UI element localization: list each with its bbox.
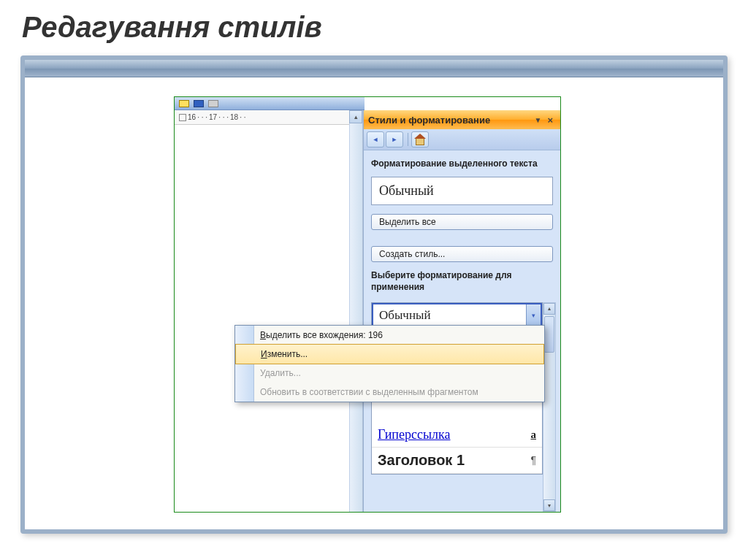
paragraph-style-icon: ¶ [530,454,536,466]
horizontal-ruler: 16 · · · 17 · · · 18 · · [175,110,362,125]
current-style-box[interactable]: Обычный [371,177,553,205]
toolbar-icon [208,100,218,107]
nav-forward-button[interactable]: ► [386,131,403,147]
menu-update-to-match: Обновить в соответствии с выделенным фра… [235,383,544,402]
style-dropdown-button[interactable]: ▾ [526,304,541,326]
taskpane-title: Стили и форматирование [368,115,490,126]
scroll-up-button[interactable]: ▴ [543,303,555,315]
scroll-thumb[interactable] [544,316,554,353]
home-icon [415,134,425,145]
ruler-number: 18 [230,113,238,121]
taskpane-nav: ◄ ► [364,129,560,150]
page-title: Редагування стилів [0,0,748,51]
document-area: 16 · · · 17 · · · 18 · · ▴ [175,110,363,512]
nav-back-button[interactable]: ◄ [367,131,384,147]
menu-label: Обновить в соответствии с выделенным фра… [260,387,478,397]
scroll-down-button[interactable]: ▾ [543,499,555,511]
style-name: Обычный [379,308,431,323]
new-style-button[interactable]: Создать стиль... [371,246,553,262]
taskpane-dropdown-icon[interactable]: ▼ [532,116,545,124]
style-name: Гиперссылка [378,427,451,442]
style-context-menu: Выделить все вхождения: 196 Изменить... … [234,325,545,402]
ruler-number: 17 [209,113,217,121]
taskpane-header: Стили и форматирование ▼ × [364,110,560,129]
toolbar-icon [194,100,204,107]
separator [408,133,408,146]
style-item-normal[interactable]: Обычный ▾ [372,303,542,328]
menu-modify[interactable]: Изменить... [235,344,544,364]
ruler-tab-icon [179,114,186,121]
toolbar-icon [179,100,189,107]
menu-delete: Удалить... [235,364,544,383]
style-item-heading1[interactable]: Заголовок 1 ¶ [372,448,542,474]
style-name: Заголовок 1 [378,452,465,469]
menu-label: Изменить... [261,349,308,359]
style-item-hyperlink[interactable]: Гиперссылка a [372,423,542,448]
word-screenshot: 16 · · · 17 · · · 18 · · ▴ Стили и форма… [174,96,561,513]
slide-frame: 16 · · · 17 · · · 18 · · ▴ Стили и форма… [20,55,728,534]
vertical-scrollbar[interactable] [349,123,362,512]
close-icon[interactable]: × [544,115,556,126]
styles-task-pane: Стили и форматирование ▼ × ◄ ► Форматиро… [363,110,560,512]
menu-label: Выделить все вхождения: 196 [260,330,383,340]
menu-label: Удалить... [260,368,301,378]
section-label-choose: Выберите форматирование для применения [364,262,560,297]
menu-select-all-occurrences[interactable]: Выделить все вхождения: 196 [235,326,544,345]
ruler-number: 16 [188,113,196,121]
decorative-top-bar [25,60,723,77]
select-all-button[interactable]: Выделить все [371,214,553,230]
scroll-up-button[interactable]: ▴ [349,110,362,123]
word-toolbar [175,97,365,110]
section-label-current: Форматирование выделенного текста [364,150,560,174]
nav-home-button[interactable] [411,131,429,147]
character-style-icon: a [531,429,537,441]
